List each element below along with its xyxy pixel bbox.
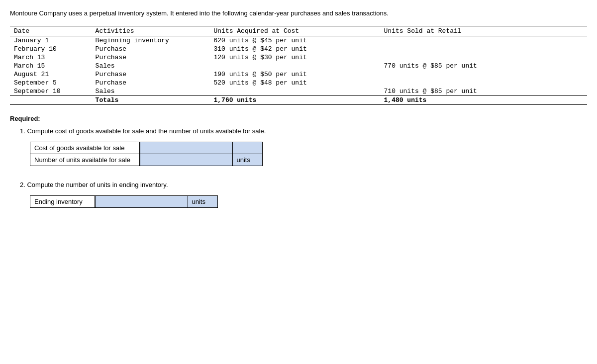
col-header-activities: Activities — [92, 26, 210, 36]
q1-unit-0 — [232, 142, 262, 154]
cell-acquired — [210, 62, 380, 70]
totals-acquired: 1,760 units — [210, 96, 380, 105]
cell-acquired: 120 units @ $30 per unit — [210, 53, 380, 62]
table-row: March 13 Purchase 120 units @ $30 per un… — [10, 53, 587, 62]
totals-label-blank — [10, 96, 92, 105]
col-header-date: Date — [10, 26, 92, 36]
transactions-table: Date Activities Units Acquired at Cost U… — [10, 26, 587, 105]
table-row: March 15 Sales 770 units @ $85 per unit — [10, 62, 587, 70]
q1-label-0: Cost of goods available for sale — [30, 142, 140, 154]
question2-text: 2. Compute the number of units in ending… — [20, 181, 587, 188]
cell-date: September 5 — [10, 79, 92, 87]
required-label: Required: — [10, 115, 587, 122]
q1-label-1: Number of units available for sale — [30, 154, 140, 166]
cell-date: March 15 — [10, 62, 92, 70]
table-row: January 1 Beginning inventory 620 units … — [10, 36, 587, 45]
cell-acquired — [210, 87, 380, 96]
cell-date: August 21 — [10, 70, 92, 79]
cell-activity: Purchase — [92, 70, 210, 79]
cell-activity: Purchase — [92, 45, 210, 53]
ending-inventory-row: Ending inventory units — [30, 196, 218, 208]
table-row: September 5 Purchase 520 units @ $48 per… — [10, 79, 587, 87]
cell-sold — [380, 70, 587, 79]
q1-row-0: Cost of goods available for sale — [30, 142, 263, 154]
cell-acquired: 520 units @ $48 per unit — [210, 79, 380, 87]
ending-inventory-label: Ending inventory — [30, 196, 95, 208]
col-header-sold: Units Sold at Retail — [380, 26, 587, 36]
ending-inventory-unit: units — [188, 196, 217, 208]
cell-acquired: 620 units @ $45 per unit — [210, 36, 380, 45]
q1-row-1: Number of units available for sale units — [30, 154, 263, 166]
cell-date: September 10 — [10, 87, 92, 96]
table-row: February 10 Purchase 310 units @ $42 per… — [10, 45, 587, 53]
cell-sold — [380, 53, 587, 62]
cell-acquired: 190 units @ $50 per unit — [210, 70, 380, 79]
cell-sold — [380, 36, 587, 45]
table-row: September 10 Sales 710 units @ $85 per u… — [10, 87, 587, 96]
cell-date: March 13 — [10, 53, 92, 62]
totals-row: Totals 1,760 units 1,480 units — [10, 96, 587, 105]
cell-date: February 10 — [10, 45, 92, 53]
totals-sold: 1,480 units — [380, 96, 587, 105]
ending-inventory-input[interactable] — [95, 196, 188, 208]
q1-input-0[interactable] — [140, 142, 233, 154]
cell-sold — [380, 45, 587, 53]
totals-label: Totals — [92, 96, 210, 105]
cell-acquired: 310 units @ $42 per unit — [210, 45, 380, 53]
cell-sold — [380, 79, 587, 87]
question1-text: 1. Compute cost of goods available for s… — [20, 127, 587, 135]
cell-sold: 710 units @ $85 per unit — [380, 87, 587, 96]
cell-activity: Sales — [92, 87, 210, 96]
q1-input-1[interactable] — [140, 154, 233, 166]
cell-date: January 1 — [10, 36, 92, 45]
ending-inventory-table: Ending inventory units — [30, 195, 218, 208]
cell-activity: Purchase — [92, 53, 210, 62]
intro-text: Montoure Company uses a perpetual invent… — [10, 9, 587, 18]
question1-answer-table: Cost of goods available for sale Number … — [30, 142, 263, 166]
cell-activity: Sales — [92, 62, 210, 70]
table-row: August 21 Purchase 190 units @ $50 per u… — [10, 70, 587, 79]
col-header-acquired: Units Acquired at Cost — [210, 26, 380, 36]
cell-sold: 770 units @ $85 per unit — [380, 62, 587, 70]
q1-unit-1: units — [232, 154, 262, 166]
cell-activity: Purchase — [92, 79, 210, 87]
cell-activity: Beginning inventory — [92, 36, 210, 45]
